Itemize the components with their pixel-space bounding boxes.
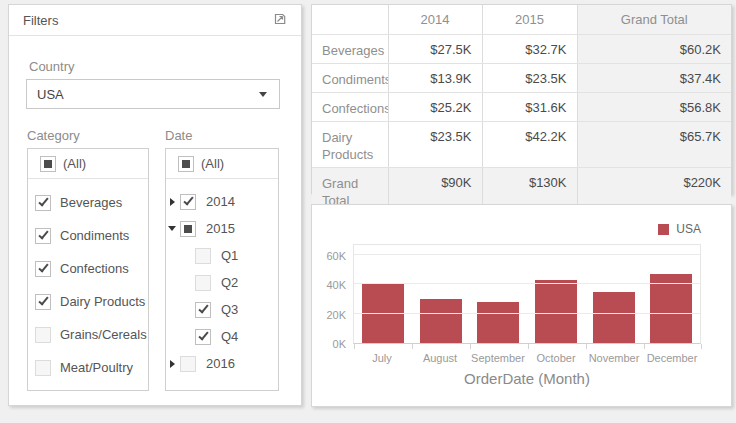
category-item[interactable]: Dairy Products: [28, 285, 148, 318]
pivot-value-cell[interactable]: $42.2K: [482, 121, 577, 167]
y-axis-tick-label: 60K: [316, 249, 346, 263]
checkbox-unchecked[interactable]: [195, 275, 211, 291]
pivot-value-cell[interactable]: $90K: [388, 167, 482, 209]
bar-slot: [527, 245, 585, 343]
pivot-value-cell[interactable]: $60.2K: [577, 34, 731, 63]
pivot-value-cell[interactable]: $31.6K: [482, 92, 577, 121]
pivot-value-cell[interactable]: $23.5K: [388, 121, 482, 167]
date-tree-item[interactable]: Q2: [166, 269, 278, 296]
pivot-data-row: Beverages$27.5K$32.7K$60.2K: [312, 34, 731, 63]
category-item[interactable]: Beverages: [28, 186, 148, 219]
checkbox-checked[interactable]: [195, 329, 211, 345]
checkbox-unchecked[interactable]: [35, 327, 51, 343]
date-tree-item[interactable]: Q1: [166, 242, 278, 269]
date-tree-item[interactable]: Q3: [166, 296, 278, 323]
category-item[interactable]: Confections: [28, 252, 148, 285]
gridline: [354, 254, 700, 255]
date-tree-item[interactable]: 2016: [166, 350, 278, 377]
bar-august[interactable]: [420, 299, 462, 343]
date-tree-item[interactable]: 2015: [166, 215, 278, 242]
x-axis-category-label: September: [469, 352, 527, 364]
pivot-table: 20142015Grand TotalBeverages$27.5K$32.7K…: [312, 5, 731, 209]
bar-october[interactable]: [535, 280, 577, 343]
bar-slot: [642, 245, 700, 343]
bar-slot: [585, 245, 643, 343]
country-select-value: USA: [37, 87, 64, 102]
chart-plot-area: [353, 244, 701, 344]
pivot-column-header[interactable]: 2014: [388, 5, 482, 34]
pivot-value-cell[interactable]: $37.4K: [577, 63, 731, 92]
export-button[interactable]: [271, 11, 289, 29]
category-item-label: Beverages: [60, 195, 122, 210]
checkbox-indeterminate[interactable]: [40, 156, 56, 172]
pivot-value-cell[interactable]: $25.2K: [388, 92, 482, 121]
bar-december[interactable]: [650, 274, 692, 343]
category-label: Category: [27, 128, 80, 143]
bar-slot: [412, 245, 470, 343]
pivot-value-cell[interactable]: $23.5K: [482, 63, 577, 92]
category-all-item[interactable]: (All): [28, 149, 148, 179]
date-tree-item-label: Q3: [221, 302, 238, 317]
pivot-column-header[interactable]: Grand Total: [577, 5, 731, 34]
triangle-right-icon[interactable]: [168, 360, 176, 368]
check-icon: [38, 196, 48, 207]
pivot-value-cell[interactable]: $220K: [577, 167, 731, 209]
x-axis-tick: [586, 344, 587, 349]
date-all-item[interactable]: (All): [166, 149, 278, 179]
triangle-down-icon[interactable]: [168, 226, 176, 231]
x-axis-category-label: November: [585, 352, 643, 364]
y-axis-tick-label: 20K: [316, 308, 346, 322]
pivot-row-header[interactable]: Beverages: [312, 34, 388, 63]
date-tree-item[interactable]: Q4: [166, 323, 278, 350]
x-axis-category-label: December: [643, 352, 701, 364]
check-icon: [198, 303, 208, 314]
category-item[interactable]: Condiments: [28, 219, 148, 252]
date-tree-item-label: Q2: [221, 275, 238, 290]
date-tree-item-label: Q1: [221, 248, 238, 263]
category-item-label: Meat/Poultry: [60, 360, 133, 375]
pivot-value-cell[interactable]: $130K: [482, 167, 577, 209]
pivot-row-header[interactable]: Grand Total: [312, 167, 388, 209]
category-item[interactable]: Grains/Cereals: [28, 318, 148, 351]
bar-september[interactable]: [477, 302, 519, 343]
y-axis-tick-label: 40K: [316, 278, 346, 292]
chart-panel: USA 0K20K40K60K JulyAugustSeptemberOctob…: [311, 204, 732, 407]
check-icon: [198, 330, 208, 341]
checkbox-unchecked[interactable]: [180, 356, 196, 372]
pivot-value-cell[interactable]: $32.7K: [482, 34, 577, 63]
x-axis-tick: [354, 344, 355, 349]
category-all-label: (All): [63, 156, 86, 171]
checkbox-unchecked[interactable]: [195, 248, 211, 264]
pivot-column-header[interactable]: 2015: [482, 5, 577, 34]
pivot-value-cell[interactable]: $65.7K: [577, 121, 731, 167]
chart-y-axis: 0K20K40K60K: [312, 244, 352, 344]
checkbox-unchecked[interactable]: [35, 360, 51, 376]
country-select[interactable]: USA: [26, 79, 280, 109]
checkbox-indeterminate[interactable]: [178, 156, 194, 172]
indeterminate-icon: [182, 160, 190, 168]
bar-november[interactable]: [593, 292, 635, 343]
pivot-row-header[interactable]: Condiments: [312, 63, 388, 92]
date-tree-item[interactable]: 2014: [166, 188, 278, 215]
pivot-row-header[interactable]: Dairy Products: [312, 121, 388, 167]
checkbox-checked[interactable]: [195, 302, 211, 318]
category-item-label: Grains/Cereals: [60, 327, 147, 342]
checkbox-checked[interactable]: [35, 228, 51, 244]
checkbox-checked[interactable]: [35, 294, 51, 310]
checkbox-checked[interactable]: [35, 261, 51, 277]
x-axis-tick: [701, 344, 702, 349]
pivot-value-cell[interactable]: $13.9K: [388, 63, 482, 92]
checkbox-checked[interactable]: [35, 195, 51, 211]
check-icon: [38, 262, 48, 273]
checkbox-indeterminate[interactable]: [180, 221, 196, 237]
chart-x-axis-title: OrderDate (Month): [353, 370, 701, 387]
category-item[interactable]: Meat/Poultry: [28, 351, 148, 384]
triangle-right-icon[interactable]: [168, 198, 176, 206]
pivot-value-cell[interactable]: $56.8K: [577, 92, 731, 121]
checkbox-checked[interactable]: [180, 194, 196, 210]
x-axis-category-label: August: [411, 352, 469, 364]
pivot-grand-total-row: Grand Total$90K$130K$220K: [312, 167, 731, 209]
pivot-row-header[interactable]: Confections: [312, 92, 388, 121]
export-document-icon: [272, 11, 288, 30]
pivot-value-cell[interactable]: $27.5K: [388, 34, 482, 63]
